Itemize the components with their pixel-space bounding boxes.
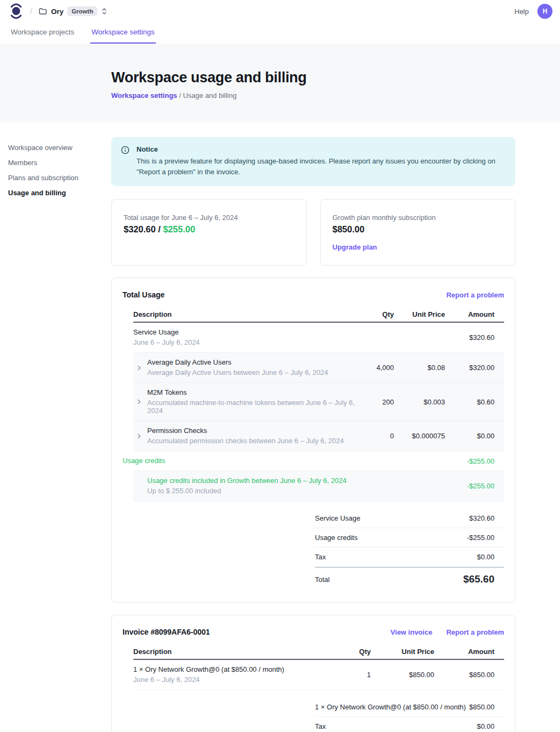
unit-price-cell: $0.08 bbox=[404, 364, 455, 372]
subscription-card-value: $850.00 bbox=[333, 224, 504, 234]
report-problem-link[interactable]: Report a problem bbox=[446, 628, 504, 636]
unit-price-cell: $0.000075 bbox=[404, 432, 455, 440]
usage-totals: Service Usage $320.60 Usage credits -$25… bbox=[315, 509, 504, 591]
view-invoice-link[interactable]: View invoice bbox=[391, 628, 433, 636]
col-amount: Amount bbox=[455, 310, 504, 318]
sidebar-item-workspace-overview[interactable]: Workspace overview bbox=[8, 140, 111, 155]
notice-title: Notice bbox=[137, 145, 506, 153]
amount-cell: $850.00 bbox=[444, 671, 504, 679]
table-row-usage-credits-included: Usage credits included in Growth between… bbox=[133, 471, 504, 501]
chevron-right-icon[interactable] bbox=[136, 399, 142, 405]
top-bar: / Ory Growth Help H bbox=[0, 0, 560, 23]
col-qty: Qty bbox=[366, 310, 404, 318]
plan-badge: Growth bbox=[67, 6, 97, 16]
upgrade-plan-link[interactable]: Upgrade plan bbox=[333, 243, 377, 251]
unit-price-cell: $0.003 bbox=[404, 398, 455, 406]
usage-panel-title: Total Usage bbox=[123, 290, 164, 299]
page-header: Workspace usage and billing Workspace se… bbox=[0, 44, 560, 122]
report-problem-link[interactable]: Report a problem bbox=[446, 291, 504, 299]
invoice-title: Invoice #8099AFA6-0001 bbox=[123, 628, 210, 636]
notice-body: This is a preview feature for displaying… bbox=[137, 156, 506, 177]
qty-cell: 200 bbox=[366, 398, 404, 406]
totals-row-tax: Tax $0.00 bbox=[315, 548, 504, 567]
totals-row-total: Total $65.60 bbox=[315, 567, 504, 591]
breadcrumb: Workspace settings / Usage and billing bbox=[111, 91, 560, 100]
table-row-m2m-tokens[interactable]: M2M Tokens Accumulated machine-to-machin… bbox=[133, 383, 504, 421]
settings-sidebar: Workspace overview Members Plans and sub… bbox=[0, 137, 111, 732]
invoice-totals: 1 × Ory Network Growth@0 (at $850.00 / m… bbox=[315, 698, 504, 732]
avatar[interactable]: H bbox=[537, 4, 552, 19]
sidebar-item-members[interactable]: Members bbox=[8, 155, 111, 170]
chevron-right-icon[interactable] bbox=[136, 365, 142, 371]
total-usage-card: Total usage for June 6 – July 6, 2024 $3… bbox=[111, 199, 307, 266]
sidebar-item-plans-and-subscription[interactable]: Plans and subscription bbox=[8, 170, 111, 186]
table-row-permission-checks[interactable]: Permission Checks Accumulated permission… bbox=[133, 421, 504, 451]
totals-row-subscription: 1 × Ory Network Growth@0 (at $850.00 / m… bbox=[315, 698, 504, 717]
workspace-name: Ory bbox=[51, 8, 63, 16]
qty-cell: 0 bbox=[366, 432, 404, 440]
tab-workspace-settings[interactable]: Workspace settings bbox=[90, 23, 156, 44]
totals-row-service-usage: Service Usage $320.60 bbox=[315, 509, 504, 528]
total-usage-card-value: $320.60 / $255.00 bbox=[124, 224, 295, 234]
table-row-average-daily-active-users[interactable]: Average Daily Active Users Average Daily… bbox=[133, 353, 504, 383]
main-content: Notice This is a preview feature for dis… bbox=[111, 137, 515, 732]
total-usage-card-label: Total usage for June 6 – July 6, 2024 bbox=[124, 214, 295, 222]
usage-credit-value: $255.00 bbox=[163, 224, 195, 234]
invoice-table-header: Description Qty Unit Price Amount bbox=[133, 644, 504, 660]
totals-row-tax: Tax $0.00 bbox=[315, 717, 504, 732]
subscription-card: Growth plan monthly subscription $850.00… bbox=[320, 199, 516, 266]
breadcrumb-settings-link[interactable]: Workspace settings bbox=[111, 91, 177, 100]
ory-logo-icon[interactable] bbox=[10, 3, 23, 19]
tab-workspace-projects[interactable]: Workspace projects bbox=[10, 23, 75, 44]
amount-cell: -$255.00 bbox=[455, 457, 504, 465]
col-unit-price: Unit Price bbox=[404, 310, 455, 318]
col-qty: Qty bbox=[348, 648, 380, 656]
amount-cell: -$255.00 bbox=[455, 482, 504, 490]
qty-cell: 4,000 bbox=[366, 364, 404, 372]
amount-cell: $0.00 bbox=[455, 432, 504, 440]
workspace-tabs: Workspace projects Workspace settings bbox=[0, 23, 560, 44]
qty-cell: 1 bbox=[348, 671, 380, 679]
breadcrumb-separator: / bbox=[30, 7, 32, 16]
table-row-usage-credits: Usage credits -$255.00 bbox=[133, 451, 504, 471]
totals-row-usage-credits: Usage credits -$255.00 bbox=[315, 528, 504, 548]
chevron-right-icon[interactable] bbox=[136, 433, 142, 439]
col-description: Description bbox=[133, 648, 348, 656]
preview-notice: Notice This is a preview feature for dis… bbox=[111, 137, 515, 186]
col-unit-price: Unit Price bbox=[380, 648, 444, 656]
amount-cell: $320.00 bbox=[455, 364, 504, 372]
invoice-panel: Invoice #8099AFA6-0001 View invoice Repo… bbox=[111, 615, 515, 732]
breadcrumb-current: / Usage and billing bbox=[179, 91, 236, 100]
total-usage-panel: Total Usage Report a problem Description… bbox=[111, 278, 515, 603]
workspace-switcher[interactable]: Ory Growth bbox=[39, 6, 108, 16]
usage-table-header: Description Qty Unit Price Amount bbox=[133, 307, 504, 323]
table-row-growth-subscription: 1 × Ory Network Growth@0 (at $850.00 / m… bbox=[133, 660, 504, 690]
workspace-switcher-chevrons-icon bbox=[101, 8, 107, 15]
folder-icon bbox=[39, 7, 47, 16]
page-title: Workspace usage and billing bbox=[111, 69, 560, 86]
unit-price-cell: $850.00 bbox=[380, 671, 444, 679]
info-icon bbox=[121, 146, 130, 154]
subscription-card-label: Growth plan monthly subscription bbox=[333, 214, 504, 222]
col-amount: Amount bbox=[444, 648, 504, 656]
sidebar-item-usage-and-billing[interactable]: Usage and billing bbox=[8, 186, 111, 201]
help-link[interactable]: Help bbox=[514, 8, 529, 16]
amount-cell: $320.60 bbox=[455, 333, 504, 342]
col-description: Description bbox=[133, 310, 366, 318]
amount-cell: $0.60 bbox=[455, 398, 504, 406]
table-row-service-usage: Service Usage June 6 – July 6, 2024 $320… bbox=[133, 323, 504, 353]
